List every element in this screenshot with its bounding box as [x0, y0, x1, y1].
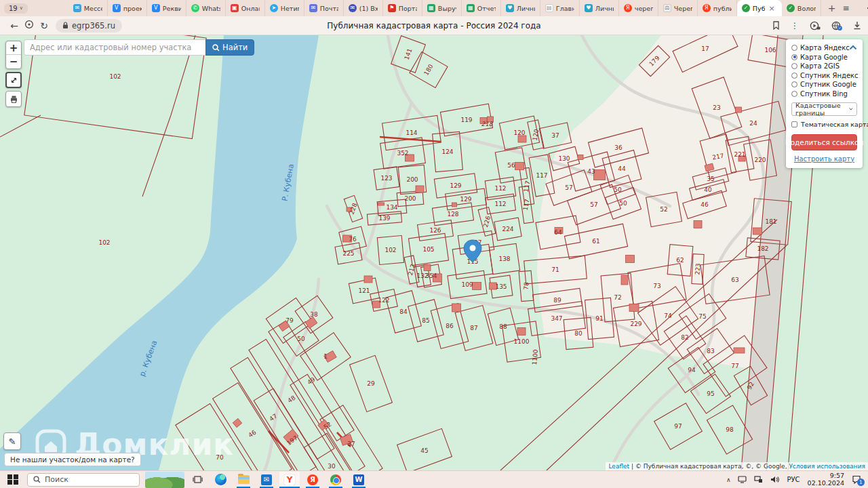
collapse-panel-icon[interactable] — [849, 45, 857, 50]
parcel-label: 117 — [536, 172, 547, 179]
basemap-option[interactable]: Спутник Google — [791, 81, 857, 88]
video-play-icon[interactable] — [810, 21, 821, 30]
clock-time: 9:57 — [830, 472, 844, 479]
taskbar-app-mail[interactable]: ✉ — [256, 472, 277, 488]
radio-icon[interactable] — [791, 91, 797, 97]
taskbar-search[interactable]: Поиск — [27, 473, 140, 487]
task-view-button[interactable] — [187, 472, 208, 488]
basemap-option[interactable]: Карта Яндекс — [791, 44, 857, 52]
browser-tab[interactable]: ♥Личны — [580, 0, 619, 16]
protect-icon[interactable] — [22, 20, 37, 31]
new-tab-button[interactable]: + — [828, 3, 836, 14]
taskbar-app-chrome[interactable] — [326, 472, 346, 488]
bookmark-flag-icon[interactable] — [772, 21, 780, 30]
more-menu-icon[interactable]: ⋮ — [791, 21, 799, 30]
parcel-label: 102 — [98, 239, 110, 246]
notification-center-button[interactable]: 1 — [852, 475, 861, 484]
basemap-options: Карта ЯндексКарта GoogleКарта 2GISСпутни… — [791, 44, 857, 98]
browser-tab[interactable]: ▤Главна — [540, 0, 580, 16]
browser-tab[interactable]: ♥Личны — [501, 0, 540, 16]
print-button[interactable] — [5, 91, 22, 107]
browser-tab[interactable]: ⚑Порта — [383, 0, 422, 16]
svg-text:✓: ✓ — [838, 26, 841, 30]
map-canvas[interactable]: 1021411801791710611411921812012037352124… — [0, 35, 868, 470]
search-input[interactable] — [24, 39, 205, 56]
cadastral-map[interactable]: 1021411801791710611411921812012037352124… — [0, 35, 868, 470]
tab-counter-button[interactable]: 19 ∨ — [4, 3, 28, 14]
browser-tab[interactable]: ▣Онлай — [226, 0, 265, 16]
leaflet-link[interactable]: Leaflet — [608, 463, 629, 470]
radio-icon[interactable] — [791, 54, 797, 60]
share-link-button[interactable]: Поделиться ссылкой — [791, 134, 857, 150]
parcel-label: 182 — [757, 245, 768, 252]
zoom-out-button[interactable]: − — [6, 55, 21, 68]
parcel-label: 1100 — [514, 338, 530, 345]
yandex-icon: Я — [624, 4, 632, 12]
radio-icon[interactable] — [791, 45, 797, 51]
url-chip[interactable]: egrp365.ru — [56, 19, 122, 33]
browser-tab[interactable]: Ячереп — [619, 0, 658, 16]
measure-tool-button[interactable] — [5, 72, 22, 88]
parcel-label: 79 — [285, 317, 294, 324]
browser-tab[interactable]: ✉Мессе — [68, 0, 108, 16]
browser-tab[interactable]: ⚖Череп — [658, 0, 698, 16]
inbox-icon: ✉ — [349, 4, 357, 12]
browser-tab[interactable]: ✉Почта — [304, 0, 344, 16]
refresh-button[interactable]: ↻ — [37, 20, 52, 31]
basemap-option[interactable]: Спутник Bing — [791, 90, 857, 98]
browser-tab[interactable]: ▦Отчет — [462, 0, 501, 16]
terms-link[interactable]: Условия использования — [789, 463, 865, 470]
back-button[interactable]: ← — [7, 20, 22, 31]
taskbar-app-explorer[interactable] — [233, 472, 254, 488]
taskbar-app-yandex[interactable]: Я — [302, 472, 323, 488]
tab-close-icon[interactable]: × — [768, 4, 774, 13]
parcel-label: 86 — [446, 323, 454, 329]
radio-icon[interactable] — [791, 73, 797, 79]
start-button[interactable] — [0, 471, 26, 488]
basemap-option[interactable]: Спутник Яндекс — [791, 72, 857, 79]
browser-tab[interactable]: ▦Выруч — [422, 0, 462, 16]
browser-tab[interactable]: ➤Нетип — [265, 0, 304, 16]
browser-tab[interactable]: ✆Whats — [186, 0, 226, 16]
taskbar-clock[interactable]: 9:57 02.10.2024 — [808, 472, 844, 487]
taskbar-search-placeholder: Поиск — [45, 475, 68, 484]
parcel-label: 134 — [386, 204, 397, 211]
browser-tab[interactable]: Япубли — [698, 0, 737, 16]
weather-widget[interactable] — [145, 472, 184, 488]
keyboard-language[interactable]: РУС — [787, 476, 800, 483]
parcel-label: 218 — [481, 121, 493, 127]
parcel-label: 50 — [614, 186, 622, 193]
display-icon[interactable] — [738, 476, 747, 483]
basemap-option[interactable]: Карта 2GIS — [791, 62, 857, 70]
radio-icon[interactable] — [791, 81, 797, 87]
add-object-button[interactable]: ✎ — [3, 432, 21, 450]
browser-tab[interactable]: ✓Волог — [782, 0, 821, 16]
volume-icon[interactable] — [770, 476, 779, 483]
tab-menu-icon[interactable]: ≡ — [843, 3, 850, 13]
radio-icon[interactable] — [791, 63, 797, 69]
search-button[interactable]: Найти — [205, 39, 254, 56]
tray-expand-chevron[interactable]: ∧ — [726, 476, 731, 483]
configure-map-link[interactable]: Настроить карту — [791, 155, 857, 163]
browser-tab[interactable]: VРекви — [147, 0, 186, 16]
parcel-label: 129 — [450, 182, 461, 189]
translate-icon[interactable]: ✓ — [831, 21, 842, 30]
overlay-select[interactable]: Кадастровые границы — [791, 102, 857, 116]
network-icon[interactable] — [754, 476, 763, 483]
measure-icon — [9, 76, 18, 85]
browser-tab[interactable]: Vпроект — [108, 0, 147, 16]
thematic-map-checkbox[interactable] — [791, 121, 797, 127]
taskbar-app-word[interactable]: W — [349, 472, 369, 488]
taskbar-app-yandex-browser[interactable]: Y — [279, 472, 300, 488]
browser-tab[interactable]: ✉(1) Вхо — [344, 0, 383, 16]
parcel-label: 85 — [422, 317, 429, 324]
basemap-option[interactable]: Карта Google — [791, 54, 857, 61]
taskbar-app-edge[interactable] — [210, 472, 231, 488]
zoom-in-button[interactable]: + — [6, 41, 21, 55]
parcel-label: 138 — [498, 256, 510, 262]
building — [452, 304, 461, 312]
browser-tab[interactable]: ✓Пуб× — [737, 0, 782, 16]
download-icon[interactable] — [853, 21, 861, 30]
parcel-label: 121 — [358, 287, 370, 294]
scales-icon: ⚖ — [663, 4, 671, 12]
